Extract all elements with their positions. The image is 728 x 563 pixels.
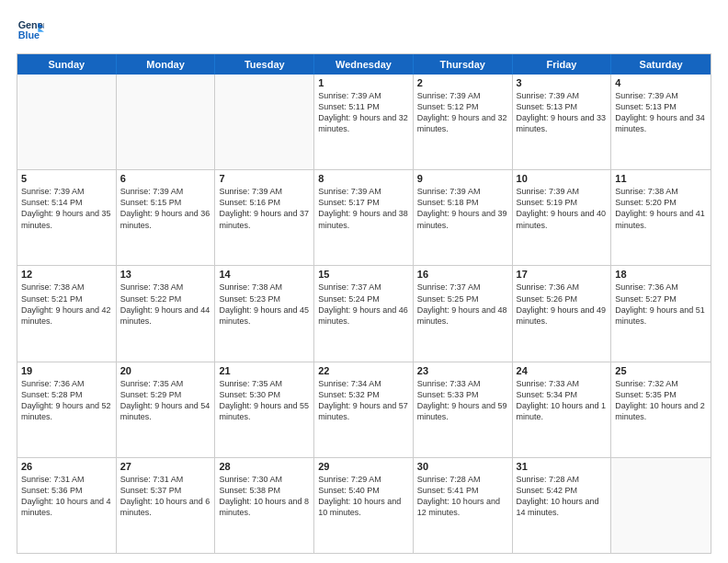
- calendar-header: SundayMondayTuesdayWednesdayThursdayFrid…: [17, 54, 711, 75]
- day-number: 19: [21, 365, 112, 376]
- day-info: Sunrise: 7:32 AM Sunset: 5:35 PM Dayligh…: [615, 378, 707, 423]
- day-info: Sunrise: 7:39 AM Sunset: 5:16 PM Dayligh…: [219, 186, 310, 231]
- day-number: 7: [219, 173, 310, 184]
- logo: General Blue: [17, 17, 44, 44]
- day-info: Sunrise: 7:38 AM Sunset: 5:22 PM Dayligh…: [120, 282, 211, 327]
- calendar-row: 26Sunrise: 7:31 AM Sunset: 5:36 PM Dayli…: [17, 457, 711, 553]
- calendar-cell: 13Sunrise: 7:38 AM Sunset: 5:22 PM Dayli…: [117, 266, 216, 361]
- calendar-cell: 6Sunrise: 7:39 AM Sunset: 5:15 PM Daylig…: [117, 170, 216, 265]
- calendar-cell: [17, 75, 117, 169]
- calendar-cell: 11Sunrise: 7:38 AM Sunset: 5:20 PM Dayli…: [611, 170, 711, 265]
- calendar-cell: 19Sunrise: 7:36 AM Sunset: 5:28 PM Dayli…: [17, 362, 117, 457]
- svg-text:Blue: Blue: [18, 29, 40, 40]
- day-number: 8: [318, 173, 409, 184]
- calendar-cell: 17Sunrise: 7:36 AM Sunset: 5:26 PM Dayli…: [513, 266, 612, 361]
- day-info: Sunrise: 7:30 AM Sunset: 5:38 PM Dayligh…: [219, 474, 310, 519]
- day-info: Sunrise: 7:31 AM Sunset: 5:36 PM Dayligh…: [21, 474, 112, 519]
- calendar-cell: 29Sunrise: 7:29 AM Sunset: 5:40 PM Dayli…: [314, 458, 414, 553]
- weekday-header: Tuesday: [215, 54, 314, 75]
- day-number: 17: [517, 269, 608, 280]
- calendar-row: 1Sunrise: 7:39 AM Sunset: 5:11 PM Daylig…: [17, 75, 711, 169]
- calendar-cell: 21Sunrise: 7:35 AM Sunset: 5:30 PM Dayli…: [215, 362, 314, 457]
- calendar-cell: 30Sunrise: 7:28 AM Sunset: 5:41 PM Dayli…: [414, 458, 513, 553]
- day-number: 25: [615, 365, 707, 376]
- day-number: 6: [120, 173, 211, 184]
- calendar-cell: 5Sunrise: 7:39 AM Sunset: 5:14 PM Daylig…: [17, 170, 117, 265]
- calendar: SundayMondayTuesdayWednesdayThursdayFrid…: [17, 53, 711, 554]
- day-number: 22: [318, 365, 409, 376]
- day-number: 29: [318, 461, 409, 472]
- day-info: Sunrise: 7:36 AM Sunset: 5:26 PM Dayligh…: [517, 282, 608, 327]
- day-number: 14: [219, 269, 310, 280]
- calendar-cell: 25Sunrise: 7:32 AM Sunset: 5:35 PM Dayli…: [611, 362, 711, 457]
- day-info: Sunrise: 7:37 AM Sunset: 5:24 PM Dayligh…: [318, 282, 409, 327]
- calendar-cell: 24Sunrise: 7:33 AM Sunset: 5:34 PM Dayli…: [513, 362, 612, 457]
- day-number: 23: [417, 365, 508, 376]
- day-info: Sunrise: 7:35 AM Sunset: 5:29 PM Dayligh…: [120, 378, 211, 423]
- day-number: 9: [417, 173, 508, 184]
- weekday-header: Friday: [513, 54, 612, 75]
- calendar-cell: [611, 458, 711, 553]
- calendar-cell: 26Sunrise: 7:31 AM Sunset: 5:36 PM Dayli…: [17, 458, 117, 553]
- calendar-cell: [117, 75, 216, 169]
- day-info: Sunrise: 7:39 AM Sunset: 5:13 PM Dayligh…: [517, 90, 608, 135]
- logo-icon: General Blue: [17, 17, 44, 44]
- day-number: 24: [517, 365, 608, 376]
- day-info: Sunrise: 7:39 AM Sunset: 5:15 PM Dayligh…: [120, 186, 211, 231]
- calendar-cell: 31Sunrise: 7:28 AM Sunset: 5:42 PM Dayli…: [513, 458, 612, 553]
- day-number: 26: [21, 461, 112, 472]
- day-info: Sunrise: 7:39 AM Sunset: 5:18 PM Dayligh…: [417, 186, 508, 231]
- header: General Blue: [17, 17, 711, 44]
- day-info: Sunrise: 7:33 AM Sunset: 5:34 PM Dayligh…: [517, 378, 608, 423]
- day-info: Sunrise: 7:39 AM Sunset: 5:14 PM Dayligh…: [21, 186, 112, 231]
- day-info: Sunrise: 7:35 AM Sunset: 5:30 PM Dayligh…: [219, 378, 310, 423]
- weekday-header: Monday: [117, 54, 216, 75]
- day-number: 27: [120, 461, 211, 472]
- day-info: Sunrise: 7:39 AM Sunset: 5:12 PM Dayligh…: [417, 90, 508, 135]
- calendar-cell: 12Sunrise: 7:38 AM Sunset: 5:21 PM Dayli…: [17, 266, 117, 361]
- weekday-header: Sunday: [17, 54, 117, 75]
- calendar-cell: 23Sunrise: 7:33 AM Sunset: 5:33 PM Dayli…: [414, 362, 513, 457]
- calendar-body: 1Sunrise: 7:39 AM Sunset: 5:11 PM Daylig…: [17, 75, 711, 553]
- day-number: 1: [318, 77, 409, 88]
- calendar-cell: 27Sunrise: 7:31 AM Sunset: 5:37 PM Dayli…: [117, 458, 216, 553]
- calendar-cell: 16Sunrise: 7:37 AM Sunset: 5:25 PM Dayli…: [414, 266, 513, 361]
- calendar-cell: 20Sunrise: 7:35 AM Sunset: 5:29 PM Dayli…: [117, 362, 216, 457]
- day-number: 13: [120, 269, 211, 280]
- day-number: 3: [517, 77, 608, 88]
- day-info: Sunrise: 7:28 AM Sunset: 5:42 PM Dayligh…: [517, 474, 608, 519]
- day-number: 28: [219, 461, 310, 472]
- calendar-row: 12Sunrise: 7:38 AM Sunset: 5:21 PM Dayli…: [17, 265, 711, 361]
- day-number: 11: [615, 173, 707, 184]
- weekday-header: Thursday: [414, 54, 513, 75]
- day-info: Sunrise: 7:39 AM Sunset: 5:13 PM Dayligh…: [615, 90, 707, 135]
- calendar-cell: 2Sunrise: 7:39 AM Sunset: 5:12 PM Daylig…: [414, 75, 513, 169]
- day-number: 15: [318, 269, 409, 280]
- calendar-cell: 15Sunrise: 7:37 AM Sunset: 5:24 PM Dayli…: [314, 266, 414, 361]
- day-number: 31: [517, 461, 608, 472]
- day-number: 10: [517, 173, 608, 184]
- day-number: 16: [417, 269, 508, 280]
- day-number: 4: [615, 77, 707, 88]
- day-number: 20: [120, 365, 211, 376]
- day-number: 18: [615, 269, 707, 280]
- day-number: 2: [417, 77, 508, 88]
- day-info: Sunrise: 7:29 AM Sunset: 5:40 PM Dayligh…: [318, 474, 409, 519]
- calendar-cell: 18Sunrise: 7:36 AM Sunset: 5:27 PM Dayli…: [611, 266, 711, 361]
- calendar-cell: [215, 75, 314, 169]
- day-info: Sunrise: 7:39 AM Sunset: 5:11 PM Dayligh…: [318, 90, 409, 135]
- day-info: Sunrise: 7:38 AM Sunset: 5:20 PM Dayligh…: [615, 186, 707, 231]
- day-info: Sunrise: 7:36 AM Sunset: 5:28 PM Dayligh…: [21, 378, 112, 423]
- calendar-cell: 28Sunrise: 7:30 AM Sunset: 5:38 PM Dayli…: [215, 458, 314, 553]
- calendar-row: 19Sunrise: 7:36 AM Sunset: 5:28 PM Dayli…: [17, 362, 711, 457]
- day-number: 12: [21, 269, 112, 280]
- day-info: Sunrise: 7:39 AM Sunset: 5:19 PM Dayligh…: [517, 186, 608, 231]
- calendar-cell: 10Sunrise: 7:39 AM Sunset: 5:19 PM Dayli…: [513, 170, 612, 265]
- day-info: Sunrise: 7:28 AM Sunset: 5:41 PM Dayligh…: [417, 474, 508, 519]
- calendar-cell: 3Sunrise: 7:39 AM Sunset: 5:13 PM Daylig…: [513, 75, 612, 169]
- day-info: Sunrise: 7:38 AM Sunset: 5:21 PM Dayligh…: [21, 282, 112, 327]
- day-info: Sunrise: 7:34 AM Sunset: 5:32 PM Dayligh…: [318, 378, 409, 423]
- day-info: Sunrise: 7:31 AM Sunset: 5:37 PM Dayligh…: [120, 474, 211, 519]
- weekday-header: Saturday: [611, 54, 711, 75]
- day-info: Sunrise: 7:33 AM Sunset: 5:33 PM Dayligh…: [417, 378, 508, 423]
